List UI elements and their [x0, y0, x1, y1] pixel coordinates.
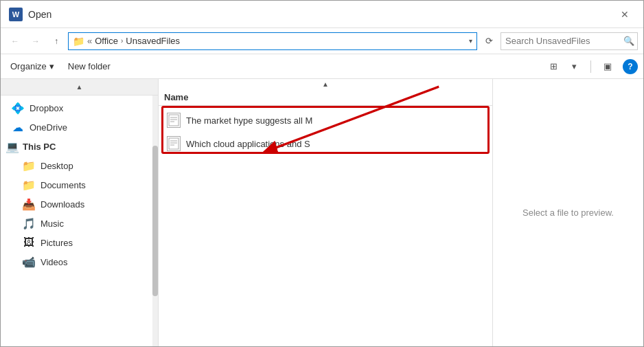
downloads-icon: 📥 — [23, 198, 35, 210]
view-buttons: ⊞ ▾ — [544, 58, 584, 76]
sidebar-item-label-music: Music — [41, 219, 64, 229]
toolbar: Organize ▾ New folder ⊞ ▾ ▣ ? — [1, 54, 643, 79]
search-box[interactable]: 🔍 — [501, 32, 638, 50]
sidebar-item-label-thispc: This PC — [23, 142, 56, 152]
sidebar-item-dropbox[interactable]: 💠 Dropbox — [1, 98, 158, 117]
forward-button[interactable]: → — [27, 32, 45, 50]
file-icon-1 — [167, 113, 181, 128]
path-office: Office — [95, 36, 118, 46]
up-button[interactable]: ↑ — [47, 32, 65, 50]
sidebar-item-label-downloads: Downloads — [41, 199, 84, 210]
file-row[interactable]: The market hype suggests all M — [161, 109, 490, 132]
sidebar-item-label-pictures: Pictures — [41, 238, 73, 248]
word-icon: W — [9, 8, 23, 21]
file-list-header: Name — [159, 89, 492, 106]
view-grid-button[interactable]: ⊞ — [544, 58, 563, 76]
sidebar-item-videos[interactable]: 📹 Videos — [1, 252, 158, 271]
file-list: The market hype suggests all M Which clo… — [159, 106, 492, 346]
documents-icon: 📁 — [23, 179, 35, 191]
sidebar-scrollbar-thumb — [152, 146, 158, 296]
address-path[interactable]: 📁 « Office › UnsavedFiles ▾ — [68, 32, 477, 50]
videos-icon: 📹 — [23, 256, 35, 268]
title-bar: W Open ✕ — [1, 1, 643, 28]
file-area: ▲ Name The market h — [159, 79, 492, 346]
address-bar: ← → ↑ 📁 « Office › UnsavedFiles ▾ ⟳ 🔍 — [1, 28, 643, 54]
help-button[interactable]: ? — [623, 59, 638, 74]
path-dropdown-icon: ▾ — [469, 37, 472, 45]
path-chevron: › — [121, 37, 123, 45]
refresh-button[interactable]: ⟳ — [480, 32, 498, 50]
search-input[interactable] — [505, 36, 621, 46]
file-name-1: The market hype suggests all M — [186, 115, 312, 126]
open-dialog: W Open ✕ ← → ↑ 📁 « Office › UnsavedFiles… — [0, 0, 644, 347]
sidebar-item-label-videos: Videos — [41, 257, 68, 267]
name-column-header: Name — [164, 92, 188, 102]
pictures-icon: 🖼 — [23, 236, 35, 249]
sidebar-item-label-dropbox: Dropbox — [30, 103, 63, 113]
search-icon: 🔍 — [623, 36, 634, 46]
organize-label: Organize — [10, 61, 47, 71]
back-button[interactable]: ← — [6, 32, 24, 50]
sidebar-item-label-desktop: Desktop — [41, 161, 73, 171]
sidebar-item-label-documents: Documents — [41, 180, 86, 190]
svg-rect-4 — [169, 138, 179, 149]
sidebar: ▲ 💠 Dropbox ☁ OneDrive 💻 This PC 📁 Deskt… — [1, 79, 159, 346]
sidebar-item-label-onedrive: OneDrive — [30, 122, 67, 133]
music-icon: 🎵 — [23, 217, 35, 230]
new-folder-label: New folder — [68, 61, 111, 71]
sidebar-item-music[interactable]: 🎵 Music — [1, 214, 158, 233]
svg-rect-0 — [169, 115, 179, 126]
view-arrow-button[interactable]: ▾ — [564, 58, 584, 76]
organize-button[interactable]: Organize ▾ — [6, 58, 58, 76]
window-title: Open — [28, 9, 51, 20]
file-icon-2 — [167, 136, 181, 151]
desktop-icon: 📁 — [23, 159, 35, 172]
dropbox-icon: 💠 — [12, 102, 24, 114]
onedrive-icon: ☁ — [12, 121, 24, 133]
sidebar-item-onedrive[interactable]: ☁ OneDrive — [1, 117, 158, 137]
folder-icon: 📁 — [73, 36, 84, 47]
preview-text: Select a file to preview. — [522, 208, 614, 218]
sidebar-scrollbar[interactable] — [152, 96, 158, 346]
path-unsavedfiles: UnsavedFiles — [126, 36, 180, 46]
title-bar-controls: ✕ — [614, 6, 635, 23]
collapse-arrow[interactable]: ▲ — [159, 79, 492, 89]
sidebar-item-downloads[interactable]: 📥 Downloads — [1, 194, 158, 214]
title-bar-left: W Open — [9, 8, 614, 21]
file-name-2: Which cloud applications and S — [186, 139, 310, 149]
file-row[interactable]: Which cloud applications and S — [161, 132, 490, 155]
sidebar-item-documents[interactable]: 📁 Documents — [1, 175, 158, 194]
thispc-icon: 💻 — [6, 140, 19, 153]
sidebar-scroll-up[interactable]: ▲ — [1, 79, 158, 96]
sidebar-item-thispc[interactable]: 💻 This PC — [1, 137, 158, 156]
view-divider — [590, 60, 591, 73]
sidebar-item-desktop[interactable]: 📁 Desktop — [1, 156, 158, 175]
preview-pane-button[interactable]: ▣ — [598, 58, 617, 76]
organize-arrow: ▾ — [49, 61, 54, 71]
new-folder-button[interactable]: New folder — [64, 58, 115, 76]
main-content: ▲ 💠 Dropbox ☁ OneDrive 💻 This PC 📁 Deskt… — [1, 79, 643, 346]
close-button[interactable]: ✕ — [614, 6, 635, 23]
sidebar-item-pictures[interactable]: 🖼 Pictures — [1, 233, 158, 252]
preview-pane: Select a file to preview. — [492, 79, 643, 346]
path-separator: « — [87, 36, 92, 46]
